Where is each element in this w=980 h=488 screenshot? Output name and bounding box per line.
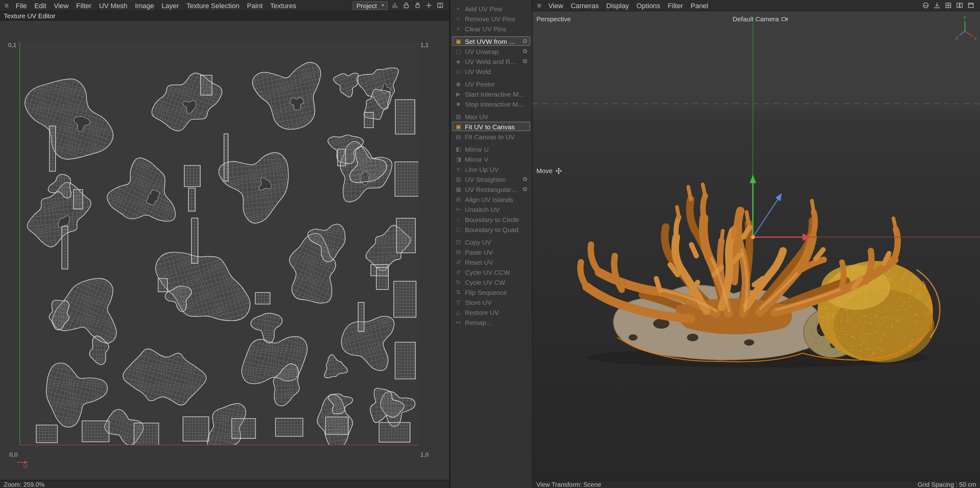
pick-icon[interactable]: [424, 1, 434, 10]
gear-icon[interactable]: ⚙: [522, 48, 528, 54]
viewport-3d[interactable]: Perspective Default Camera Move Y Z X: [533, 11, 980, 480]
maximize-icon[interactable]: [966, 1, 975, 10]
lock-icon[interactable]: [401, 1, 411, 10]
line-up-uv-icon: ≡: [455, 166, 462, 172]
grid-icon[interactable]: [943, 1, 953, 10]
menu-view[interactable]: View: [50, 0, 72, 10]
uv-command-uv-unwrap[interactable]: ▢UV Unwrap⚙: [452, 46, 530, 56]
tool-label-text: Move: [536, 167, 552, 174]
gear-icon[interactable]: ⚙: [522, 186, 528, 192]
uv-command-label: Store UV: [465, 298, 492, 306]
uv-command-store-uv[interactable]: ▽Store UV: [452, 297, 530, 307]
gear-icon[interactable]: ⚙: [522, 38, 528, 45]
menu-filter[interactable]: Filter: [72, 0, 95, 10]
axis-y-label: Y: [963, 15, 966, 21]
uv-command-label: Remap...: [465, 318, 492, 326]
uv-command-uv-weld[interactable]: ◇UV Weld: [452, 67, 530, 76]
uv-rectangularize-icon: ▦: [455, 186, 462, 192]
uv-command-label: UV Unwrap: [465, 48, 498, 55]
uv-command-reset-uv[interactable]: ↺Reset UV: [452, 257, 530, 267]
add-uv-pins-icon: +: [455, 5, 462, 12]
uv-command-label: Unstitch UV: [465, 205, 500, 213]
uv-command-cycle-uv-cw[interactable]: ↻Cycle UV CW: [452, 277, 530, 287]
gear-icon[interactable]: ⚙: [522, 58, 528, 65]
menu-uv-mesh[interactable]: UV Mesh: [95, 0, 132, 10]
uv-command-remove-uv-pins[interactable]: −Remove UV Pins: [452, 14, 530, 23]
uv-command-copy-uv[interactable]: ⊡Copy UV: [452, 237, 530, 246]
uv-command-unstitch-uv[interactable]: ✂Unstitch UV: [452, 205, 530, 214]
uv-command-mirror-v[interactable]: ◨Mirror V: [452, 154, 530, 164]
gear-icon[interactable]: ⚙: [522, 176, 528, 183]
menu-texture-selection[interactable]: Texture Selection: [183, 0, 243, 10]
uv-command-mirror-u[interactable]: ◧Mirror U: [452, 144, 530, 154]
menu-panel[interactable]: Panel: [687, 0, 712, 10]
scene-render[interactable]: [533, 11, 980, 480]
uv-command-label: Copy UV: [465, 238, 491, 246]
uv-command-label: Flip Sequence: [465, 288, 507, 296]
view-label[interactable]: Perspective: [536, 15, 571, 22]
pan-icon[interactable]: [413, 1, 422, 10]
menu-textures[interactable]: Textures: [266, 0, 300, 10]
histogram-icon[interactable]: [390, 1, 400, 10]
uv-command-clear-uv-pins[interactable]: ×Clear UV Pins: [452, 24, 530, 33]
uv-command-label: UV Rectangularize: [465, 185, 519, 193]
menu-file[interactable]: File: [12, 0, 30, 10]
download-icon[interactable]: [932, 1, 942, 10]
uv-command-flip-sequence[interactable]: ⇅Flip Sequence: [452, 287, 530, 297]
viewport-panel: ≡ ViewCamerasDisplayOptionsFilterPanel P…: [533, 0, 980, 488]
command-group-divider: [450, 109, 532, 112]
view-label-text: Perspective: [536, 15, 571, 22]
uv-command-cycle-uv-ccw[interactable]: ↺Cycle UV CCW: [452, 267, 530, 277]
menu-view[interactable]: View: [544, 0, 567, 10]
paste-uv-icon: ⊟: [455, 249, 462, 255]
uv-command-fit-canvas-to-uv[interactable]: ▤Fit Canvas to UV: [452, 132, 530, 141]
menu-display[interactable]: Display: [603, 0, 633, 10]
hamburger-icon[interactable]: ≡: [535, 1, 544, 10]
uv-command-align-uv-islands[interactable]: ⊞Align UV Islands: [452, 194, 530, 204]
uv-command-add-uv-pins[interactable]: +Add UV Pins: [452, 4, 530, 13]
uv-command-label: Cycle UV CCW: [465, 268, 510, 276]
cycle-uv-cw-icon: ↻: [455, 279, 462, 285]
uv-command-fit-uv-to-canvas[interactable]: ▣Fit UV to Canvas: [452, 122, 530, 131]
menu-paint[interactable]: Paint: [243, 0, 266, 10]
uv-command-line-up-uv[interactable]: ≡Line Up UV: [452, 164, 530, 174]
menu-edit[interactable]: Edit: [30, 0, 50, 10]
uv-command-uv-rectangularize[interactable]: ▦UV Rectangularize⚙: [452, 184, 530, 194]
uv-command-boundary-to-quad[interactable]: □Boundary to Quad: [452, 224, 530, 234]
uv-command-set-uvw-from-projection[interactable]: ▣Set UVW from Projection⚙: [452, 37, 530, 46]
menu-image[interactable]: Image: [131, 0, 158, 10]
uv-command-max-uv[interactable]: ▧Max UV: [452, 112, 530, 121]
split-layout-icon[interactable]: [955, 1, 964, 10]
uv-command-uv-weld-and-relax[interactable]: ◈UV Weld and Relax⚙: [452, 56, 530, 66]
uv-command-label: Clear UV Pins: [465, 25, 506, 32]
project-dropdown[interactable]: Project ▾: [353, 1, 388, 10]
camera-label[interactable]: Default Camera: [713, 15, 807, 22]
uv-command-label: Restore UV: [465, 308, 499, 316]
hamburger-icon[interactable]: ≡: [2, 1, 11, 10]
active-tool-label: Move: [536, 167, 562, 174]
uv-canvas[interactable]: [19, 42, 418, 445]
gizmo-center[interactable]: [751, 235, 755, 239]
uv-command-label: Paste UV: [465, 248, 493, 256]
uv-command-boundary-to-circle[interactable]: ○Boundary to Circle: [452, 215, 530, 224]
uv-command-uv-peeler[interactable]: ◉UV Peeler: [452, 79, 530, 89]
uv-command-start-interactive-mapping[interactable]: ▶Start Interactive Mapping: [452, 89, 530, 99]
layout-icon[interactable]: [436, 1, 445, 10]
axis-orientation-widget[interactable]: Y Z X: [954, 14, 977, 41]
menu-options[interactable]: Options: [633, 0, 664, 10]
menu-layer[interactable]: Layer: [158, 0, 183, 10]
menu-filter[interactable]: Filter: [664, 0, 687, 10]
shading-sphere-icon[interactable]: [921, 1, 931, 10]
uv-command-label: Line Up UV: [465, 165, 498, 173]
uv-command-uv-straighten[interactable]: ▥UV Straighten⚙: [452, 174, 530, 184]
uv-command-restore-uv[interactable]: △Restore UV: [452, 307, 530, 317]
menu-cameras[interactable]: Cameras: [567, 0, 602, 10]
flip-sequence-icon: ⇅: [455, 289, 462, 295]
cycle-uv-ccw-icon: ↺: [455, 269, 462, 275]
project-dropdown-label: Project: [356, 2, 377, 9]
uv-command-stop-interactive-mapping[interactable]: ■Stop Interactive Mapping: [452, 99, 530, 108]
uv-command-paste-uv[interactable]: ⊟Paste UV: [452, 247, 530, 256]
uv-peeler-icon: ◉: [455, 81, 462, 87]
uv-command-remap[interactable]: ↦Remap...: [452, 317, 530, 327]
viewport-toolbar: [921, 1, 975, 10]
